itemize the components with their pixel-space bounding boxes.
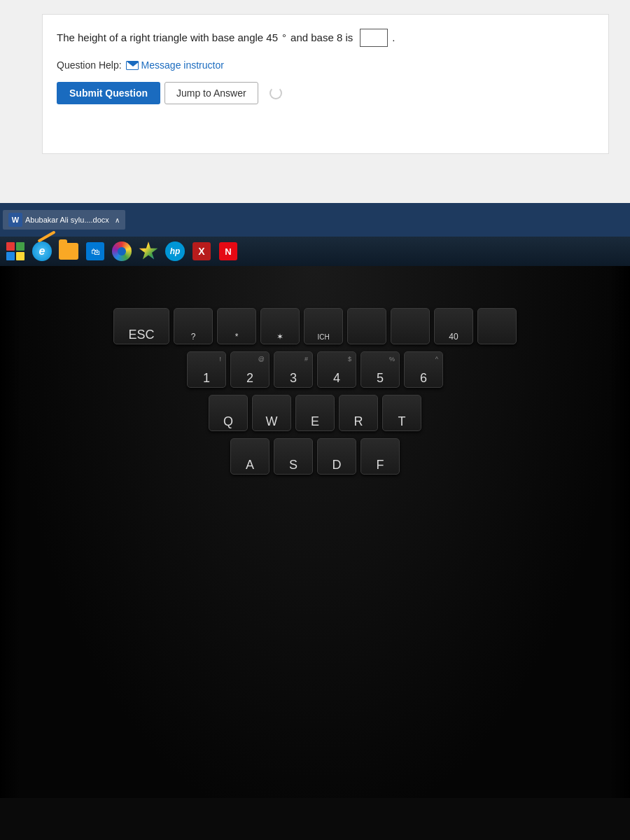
key-w-label: W (266, 415, 278, 428)
n-app-taskbar-icon[interactable]: N (216, 239, 241, 264)
key-f6[interactable] (347, 308, 386, 344)
key-q-label: Q (223, 415, 233, 428)
key-1[interactable]: ! 1 (187, 351, 226, 388)
key-w[interactable]: W (252, 395, 291, 431)
key-esc-label: ESC (128, 328, 154, 341)
file-tab[interactable]: W Abubakar Ali sylu....docx ∧ (3, 210, 125, 230)
key-f5[interactable]: ICH (304, 308, 343, 344)
key-a[interactable]: A (230, 438, 270, 475)
key-f2-label: ? (191, 332, 196, 341)
key-2-main: 2 (246, 372, 253, 384)
bottom-band (0, 798, 630, 840)
internet-explorer-taskbar-icon[interactable]: e (29, 239, 55, 264)
envelope-icon (126, 61, 139, 70)
key-3-shift: # (304, 356, 308, 363)
buttons-row: Submit Question Jump to Answer (57, 82, 587, 104)
key-6-shift: ^ (435, 356, 438, 363)
star-app-taskbar-icon[interactable] (136, 239, 161, 264)
word-icon: W (8, 213, 22, 227)
key-t-label: T (398, 415, 406, 428)
key-esc[interactable]: ESC (113, 308, 169, 344)
degree-symbol: ° (282, 30, 286, 46)
win-logo-q3 (6, 252, 15, 260)
key-d-label: D (332, 458, 342, 471)
key-5-main: 5 (377, 372, 384, 384)
key-5-shift: % (389, 356, 395, 363)
key-2-shift: @ (258, 356, 265, 363)
answer-input-box[interactable] (360, 29, 388, 47)
asdf-key-row: A S D F (14, 438, 616, 475)
period: . (392, 30, 395, 46)
key-f5-label: ICH (317, 334, 329, 341)
hp-taskbar-icon[interactable]: hp (162, 239, 188, 264)
swirl-app-taskbar-icon[interactable] (109, 239, 134, 264)
keyboard: ESC ? * ✶ ICH 40 (14, 308, 616, 482)
win-logo-q4 (16, 252, 24, 260)
number-key-row: ! 1 @ 2 # 3 $ 4 % 5 ^ 6 (14, 351, 616, 388)
key-2[interactable]: @ 2 (230, 351, 270, 388)
key-t[interactable]: T (382, 395, 421, 431)
question-text: The height of a right triangle with base… (57, 29, 587, 47)
key-f3[interactable]: * (217, 308, 256, 344)
loading-spinner (270, 87, 282, 99)
start-button[interactable] (3, 239, 28, 264)
screen-area: The height of a right triangle with base… (0, 0, 630, 266)
key-f8[interactable]: 40 (434, 308, 473, 344)
key-3-main: 3 (290, 372, 297, 384)
windows-logo (6, 242, 24, 260)
key-s-label: S (289, 458, 298, 471)
key-f3-label: * (235, 332, 239, 341)
ie-letter: e (39, 245, 46, 258)
key-f7[interactable] (391, 308, 430, 344)
ie-icon: e (32, 241, 52, 261)
question-body2: and base 8 is (290, 30, 353, 46)
key-e[interactable]: E (295, 395, 335, 431)
key-f-label: F (377, 458, 384, 471)
folder-icon (59, 243, 78, 260)
key-3[interactable]: # 3 (274, 351, 313, 388)
win-logo-q1 (6, 242, 15, 251)
windows-taskbar: e 🛍 hp X N (0, 237, 630, 266)
key-d[interactable]: D (317, 438, 356, 475)
jump-to-answer-button[interactable]: Jump to Answer (164, 82, 258, 104)
key-f4[interactable]: ✶ (260, 308, 300, 344)
key-f8-label: 40 (449, 332, 458, 341)
star-icon (139, 241, 158, 261)
key-6[interactable]: ^ 6 (404, 351, 443, 388)
key-4[interactable]: $ 4 (317, 351, 356, 388)
content-area: The height of a right triangle with base… (42, 14, 609, 154)
top-taskbar: W Abubakar Ali sylu....docx ∧ (0, 203, 630, 237)
x-app-taskbar-icon[interactable]: X (189, 239, 214, 264)
x-app-icon: X (192, 242, 211, 260)
key-s[interactable]: S (274, 438, 313, 475)
win-logo-q2 (16, 242, 24, 251)
store-icon: 🛍 (86, 242, 104, 260)
key-r[interactable]: R (339, 395, 378, 431)
key-q[interactable]: Q (209, 395, 248, 431)
key-6-main: 6 (420, 372, 427, 384)
n-app-icon: N (219, 242, 237, 260)
key-r-label: R (354, 415, 363, 428)
question-help-label: Question Help: (57, 59, 122, 71)
key-4-main: 4 (333, 372, 340, 384)
file-explorer-taskbar-icon[interactable] (56, 239, 81, 264)
key-1-main: 1 (203, 372, 210, 384)
key-1-shift: ! (219, 356, 221, 363)
key-5[interactable]: % 5 (360, 351, 400, 388)
key-4-shift: $ (348, 356, 351, 363)
store-taskbar-icon[interactable]: 🛍 (83, 239, 108, 264)
key-f[interactable]: F (360, 438, 400, 475)
submit-question-button[interactable]: Submit Question (57, 82, 160, 104)
hp-icon: hp (165, 241, 185, 261)
question-body: The height of a right triangle with base… (57, 30, 278, 46)
chevron-up-icon[interactable]: ∧ (115, 216, 120, 224)
message-instructor-link[interactable]: Message instructor (126, 59, 224, 71)
keyboard-area: ESC ? * ✶ ICH 40 (0, 266, 630, 840)
key-f9[interactable] (477, 308, 517, 344)
fn-key-row: ESC ? * ✶ ICH 40 (14, 308, 616, 344)
swirl-inner (118, 247, 126, 255)
key-f2[interactable]: ? (174, 308, 213, 344)
right-shadow (609, 266, 630, 840)
key-a-label: A (246, 458, 254, 471)
swirl-icon (112, 241, 132, 261)
